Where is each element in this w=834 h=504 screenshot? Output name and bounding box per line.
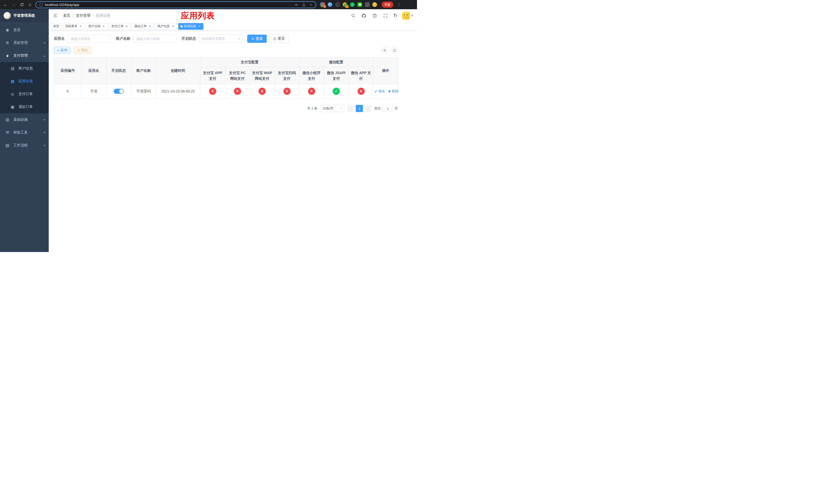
extensions-puzzle-icon[interactable] xyxy=(365,2,370,7)
search-icon[interactable] xyxy=(350,13,356,19)
extension-grid-icon[interactable]: 10 xyxy=(320,2,325,7)
sidebar-item-label: 基础设施 xyxy=(13,117,28,122)
add-button[interactable]: 新增 xyxy=(54,47,70,54)
merchant-name-input[interactable] xyxy=(133,35,176,43)
help-icon[interactable] xyxy=(372,13,377,19)
sidebar-item-workflow[interactable]: 工作流程 xyxy=(0,139,49,152)
prev-page-button[interactable] xyxy=(347,105,354,112)
tab-label: 商户信息 xyxy=(157,24,170,28)
delete-button-label: 删除 xyxy=(392,89,398,94)
sidebar-item-home[interactable]: 首页 xyxy=(0,24,49,37)
goto-unit: 页 xyxy=(395,106,398,111)
browser-menu-icon[interactable] xyxy=(397,2,401,7)
tab-pay-order[interactable]: 支付订单 xyxy=(109,23,131,30)
goto-page-input[interactable] xyxy=(382,105,393,112)
tab-app-info[interactable]: 应用信息 xyxy=(178,23,203,30)
tab-refund-order[interactable]: 退款订单 xyxy=(132,23,154,30)
browser-profile-avatar[interactable] xyxy=(372,2,377,7)
column-group-wechat: 微信配置 xyxy=(299,58,373,67)
sidebar-item-app-info[interactable]: 应用信息 xyxy=(0,75,49,88)
page-size-select[interactable]: 10条/页 xyxy=(320,105,345,112)
breadcrumb-payment[interactable]: 支付管理 xyxy=(76,13,90,18)
close-icon[interactable] xyxy=(102,25,105,28)
app-name-label: 应用名 xyxy=(54,37,65,41)
tab-label: 用户分组 xyxy=(88,24,101,28)
next-page-button[interactable] xyxy=(365,105,372,112)
sidebar-item-pay-order[interactable]: 支付订单 xyxy=(0,88,49,100)
export-button[interactable]: 导出 xyxy=(73,47,91,54)
chevron-down-icon xyxy=(238,37,240,41)
url-text: localhost:1024/pay/app xyxy=(45,3,293,7)
close-icon[interactable] xyxy=(79,25,82,28)
tab-merchant-info[interactable]: 商户信息 xyxy=(155,23,177,30)
close-icon[interactable] xyxy=(125,25,129,28)
close-icon[interactable] xyxy=(197,25,201,28)
sidebar-item-merchant-info[interactable]: 商户信息 xyxy=(0,62,49,75)
toolbox-icon xyxy=(5,130,10,135)
font-size-icon[interactable]: TT xyxy=(393,13,397,18)
column-header-wechat-app: 微信 APP 支付 xyxy=(349,67,373,84)
gear-icon xyxy=(5,41,10,45)
delete-button[interactable]: 删除 xyxy=(388,89,398,94)
chrome-update-button[interactable]: 更新 xyxy=(381,2,393,8)
sidebar-item-label: 支付管理 xyxy=(13,53,28,58)
fullscreen-icon[interactable] xyxy=(382,13,388,19)
url-bar[interactable]: localhost:1024/pay/app xyxy=(36,1,316,8)
app-table: 应用编号 应用名 开启状态 商户名称 创建时间 支付宝配置 微信配置 操作 支付… xyxy=(54,57,398,99)
github-icon[interactable] xyxy=(361,13,367,19)
cell-created: 2021-10-23 08:49:25 xyxy=(156,84,200,99)
chevron-down-icon xyxy=(341,107,342,110)
collapse-sidebar-icon[interactable] xyxy=(53,13,59,19)
sidebar-item-label: 工作流程 xyxy=(13,143,28,148)
sidebar-item-payment[interactable]: 支付管理 xyxy=(0,49,49,62)
site-info-icon[interactable] xyxy=(39,3,43,7)
browser-home-icon[interactable] xyxy=(27,2,33,7)
toggle-search-button[interactable] xyxy=(381,47,388,54)
status-select[interactable]: 请选择开启状态 xyxy=(198,35,242,43)
reset-button[interactable]: 重置 xyxy=(269,35,289,43)
bookmark-star-icon[interactable] xyxy=(309,2,313,7)
column-header-wechat-jsapi: 微信 JSAPI 支付 xyxy=(324,67,349,84)
extension-blue-icon[interactable] xyxy=(328,2,332,7)
column-header-alipay-qr: 支付宝扫码支付 xyxy=(275,67,299,84)
wechat-jsapi-status-icon: ✓ xyxy=(333,88,340,95)
breadcrumb-home[interactable]: 首页 xyxy=(63,13,70,18)
refresh-table-button[interactable] xyxy=(391,47,398,54)
page-number-1[interactable]: 1 xyxy=(356,105,363,112)
sidebar-item-refund-order[interactable]: 退款订单 xyxy=(0,100,49,113)
breadcrumb-separator: / xyxy=(72,14,73,18)
breadcrumb-separator: / xyxy=(93,14,94,18)
page-size-value: 10条/页 xyxy=(322,106,334,111)
chevron-down-icon xyxy=(44,41,45,45)
alipay-wap-status-icon: × xyxy=(259,88,266,95)
tab-user-group[interactable]: 用户分组 xyxy=(86,23,108,30)
alipay-app-status-icon: × xyxy=(209,88,216,95)
tab-home[interactable]: 首页 xyxy=(51,23,62,30)
browser-forward-icon[interactable] xyxy=(11,2,16,7)
column-header-alipay-pc: 支付宝 PC 网站支付 xyxy=(225,67,250,84)
share-icon[interactable] xyxy=(302,3,306,7)
column-group-alipay: 支付宝配置 xyxy=(200,58,299,67)
app-title: 芋道管理系统 xyxy=(13,13,35,18)
tab-process-form[interactable]: 流程表单 xyxy=(63,23,85,30)
extension-chat-icon[interactable] xyxy=(357,2,362,7)
app-name-input[interactable] xyxy=(67,35,111,43)
sidebar-item-system[interactable]: 系统管理 xyxy=(0,37,49,49)
extension-wechat-icon[interactable] xyxy=(350,2,355,7)
browser-reload-icon[interactable] xyxy=(19,2,25,7)
edit-button[interactable]: 修改 xyxy=(374,89,385,94)
search-button[interactable]: 搜索 xyxy=(247,35,267,43)
sidebar-item-label: 研发工具 xyxy=(13,130,28,135)
sidebar-item-dev-tools[interactable]: 研发工具 xyxy=(0,126,49,139)
password-key-icon[interactable] xyxy=(295,3,299,7)
close-icon[interactable] xyxy=(148,25,152,28)
extension-dark-icon[interactable] xyxy=(335,2,340,7)
avatar xyxy=(402,12,410,20)
sidebar-item-infra[interactable]: 基础设施 xyxy=(0,113,49,126)
user-avatar-menu[interactable] xyxy=(402,12,413,20)
status-toggle[interactable] xyxy=(114,89,124,94)
extension-profile-icon[interactable]: 1 xyxy=(343,2,347,7)
browser-back-icon[interactable] xyxy=(3,2,8,7)
close-icon[interactable] xyxy=(171,25,175,28)
cell-status xyxy=(106,84,131,99)
